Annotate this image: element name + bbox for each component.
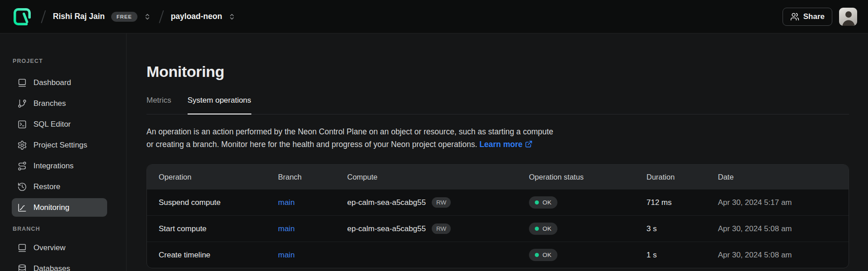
neon-logo-icon[interactable] <box>13 8 31 26</box>
status-label: OK <box>542 252 552 258</box>
sidebar-item-databases[interactable]: Databases <box>12 259 107 271</box>
column-header-operation-status: Operation status <box>529 173 646 181</box>
sidebar-section-branch: BRANCH <box>0 226 126 232</box>
sidebar: PROJECT Dashboard Branches <box>0 33 127 271</box>
table-header-row: Operation Branch Compute Operation statu… <box>147 165 849 189</box>
operations-description: An operation is an action performed by t… <box>146 125 849 151</box>
sidebar-item-label: Project Settings <box>33 141 87 150</box>
sidebar-item-branches[interactable]: Branches <box>12 94 107 113</box>
org-name[interactable]: Rishi Raj Jain <box>53 12 105 21</box>
sidebar-item-label: Dashboard <box>33 78 71 87</box>
project-selector-chevrons-icon[interactable] <box>227 12 236 21</box>
dashboard-icon <box>17 78 27 88</box>
status-label: OK <box>542 199 552 206</box>
sidebar-item-label: Monitoring <box>33 203 69 212</box>
table-row: Start compute main ep-calm-sea-a5cabg55 … <box>147 215 849 242</box>
column-header-date: Date <box>718 173 849 181</box>
main-content: Monitoring Metrics System operations An … <box>127 33 868 271</box>
duration-cell: 3 s <box>646 224 718 233</box>
branches-icon <box>17 99 27 109</box>
sidebar-item-overview[interactable]: Overview <box>12 238 107 257</box>
duration-cell: 1 s <box>646 251 718 260</box>
rw-badge: RW <box>432 223 451 234</box>
monitoring-chart-icon <box>17 203 27 213</box>
integrations-route-icon <box>17 161 27 171</box>
status-ok-dot-icon <box>535 253 539 257</box>
sidebar-item-sql-editor[interactable]: SQL Editor <box>12 115 107 133</box>
overview-icon <box>17 243 27 253</box>
status-cell: OK <box>529 249 646 261</box>
page-title: Monitoring <box>146 62 849 81</box>
project-name[interactable]: payload-neon <box>171 12 222 21</box>
status-label: OK <box>542 225 552 232</box>
compute-cell: ep-calm-sea-a5cabg55 RW <box>347 223 529 234</box>
status-cell: OK <box>529 196 646 209</box>
compute-endpoint: ep-calm-sea-a5cabg55 <box>347 224 426 233</box>
tab-bar: Metrics System operations <box>146 96 849 114</box>
sidebar-item-dashboard[interactable]: Dashboard <box>12 73 107 92</box>
rw-badge: RW <box>432 197 451 208</box>
operation-cell: Suspend compute <box>147 198 278 207</box>
date-cell: Apr 30, 2024 5:08 am <box>718 224 849 233</box>
sidebar-item-project-settings[interactable]: Project Settings <box>12 136 107 154</box>
branch-link[interactable]: main <box>278 251 295 259</box>
learn-more-link[interactable]: Learn more <box>479 140 532 149</box>
learn-more-label: Learn more <box>479 140 522 149</box>
sidebar-item-label: Integrations <box>33 162 74 171</box>
sidebar-item-label: Overview <box>33 243 66 252</box>
sidebar-section-project: PROJECT <box>0 58 126 64</box>
column-header-operation: Operation <box>147 173 278 181</box>
branch-link[interactable]: main <box>278 198 295 207</box>
compute-endpoint: ep-calm-sea-a5cabg55 <box>347 198 426 207</box>
compute-cell: ep-calm-sea-a5cabg55 RW <box>347 197 529 208</box>
tab-metrics[interactable]: Metrics <box>146 96 171 114</box>
settings-gear-icon <box>17 140 27 150</box>
duration-cell: 712 ms <box>646 198 718 207</box>
sidebar-item-integrations[interactable]: Integrations <box>12 157 107 175</box>
column-header-branch: Branch <box>278 173 347 181</box>
table-row: Create timeline main OK 1 s Apr 30, 2024… <box>147 242 849 268</box>
user-avatar[interactable] <box>839 8 857 26</box>
status-cell: OK <box>529 223 646 235</box>
operation-cell: Create timeline <box>147 251 278 260</box>
date-cell: Apr 30, 2024 5:17 am <box>718 198 849 207</box>
external-link-icon <box>525 140 533 148</box>
branch-link[interactable]: main <box>278 224 295 233</box>
sql-editor-icon <box>17 119 27 129</box>
restore-history-icon <box>17 182 27 192</box>
topbar: Rishi Raj Jain FREE payload-neon <box>0 0 868 33</box>
table-row: Suspend compute main ep-calm-sea-a5cabg5… <box>147 189 849 215</box>
sidebar-item-monitoring[interactable]: Monitoring <box>12 198 107 217</box>
users-icon <box>790 12 799 21</box>
sidebar-item-label: Databases <box>33 264 70 271</box>
operation-cell: Start compute <box>147 224 278 233</box>
share-button-label: Share <box>803 12 825 21</box>
status-badge: OK <box>529 196 557 209</box>
status-ok-dot-icon <box>535 200 539 204</box>
tab-system-operations[interactable]: System operations <box>188 96 251 114</box>
share-button[interactable]: Share <box>783 8 832 26</box>
status-badge: OK <box>529 249 557 261</box>
databases-icon <box>17 264 27 271</box>
status-badge: OK <box>529 223 557 235</box>
column-header-duration: Duration <box>646 173 718 181</box>
plan-badge: FREE <box>111 12 137 22</box>
breadcrumb-project: payload-neon <box>171 12 237 21</box>
column-header-compute: Compute <box>347 173 529 181</box>
sidebar-item-label: SQL Editor <box>33 120 71 129</box>
breadcrumb-separator <box>159 10 164 23</box>
description-line-1: An operation is an action performed by t… <box>146 127 553 136</box>
description-line-2: or creating a branch. Monitor here for t… <box>146 140 477 149</box>
org-selector-chevrons-icon[interactable] <box>143 12 152 21</box>
breadcrumb-org: Rishi Raj Jain FREE <box>53 12 152 22</box>
sidebar-item-label: Restore <box>33 182 61 191</box>
status-ok-dot-icon <box>535 227 539 231</box>
sidebar-item-restore[interactable]: Restore <box>12 177 107 196</box>
date-cell: Apr 30, 2024 5:08 am <box>718 251 849 260</box>
breadcrumb-separator <box>41 10 46 23</box>
sidebar-item-label: Branches <box>33 99 66 108</box>
operations-table: Operation Branch Compute Operation statu… <box>146 164 849 268</box>
topbar-actions: Share <box>783 8 857 26</box>
